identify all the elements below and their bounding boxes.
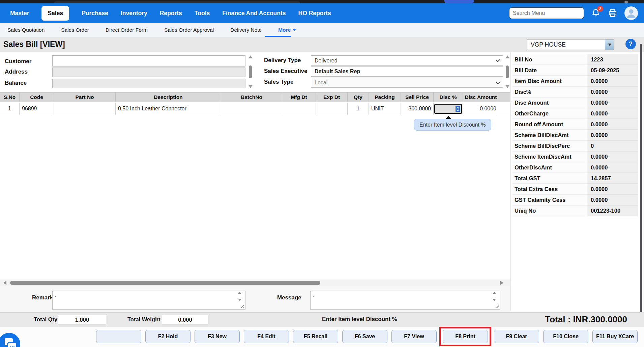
sales-type-value: Local xyxy=(315,80,496,86)
scroll-down-icon[interactable] xyxy=(505,85,509,88)
summary-row-disc-: Disc%0.0000 xyxy=(513,87,638,98)
scroll-up-icon[interactable] xyxy=(493,292,496,294)
message-scroll-arrows[interactable] xyxy=(493,292,496,301)
summary-value: 1223 xyxy=(587,54,638,65)
page-title: Sales Bill [VIEW] xyxy=(3,40,65,49)
scroll-thumb[interactable] xyxy=(506,65,509,78)
scroll-up-icon[interactable] xyxy=(248,55,253,58)
summary-label: Bill Date xyxy=(513,65,587,76)
button-f2-hold[interactable]: F2 Hold xyxy=(145,330,191,343)
subnav-item-sales-order[interactable]: Sales Order xyxy=(61,27,89,33)
total-weight-label: Total Weight xyxy=(127,316,160,323)
nav-item-finance-and-accounts[interactable]: Finance And Accounts xyxy=(222,10,286,17)
button-f10-close[interactable]: F10 Close xyxy=(543,330,588,343)
form-scrollbar[interactable] xyxy=(504,55,510,88)
summary-value: 0.0000 xyxy=(587,162,638,173)
sales-executive-label: Sales Executive xyxy=(264,68,308,75)
nav-item-sales[interactable]: Sales xyxy=(41,6,69,21)
column-header-disc-: Disc % xyxy=(434,92,463,102)
summary-label: GST Calamity Cess xyxy=(513,195,587,206)
customer-input[interactable] xyxy=(52,55,245,66)
table-horizontal-scrollbar[interactable] xyxy=(0,279,510,286)
summary-value: 0.0000 xyxy=(587,87,638,98)
remarks-textarea[interactable]: . xyxy=(52,291,245,310)
title-bar: Sales Bill [VIEW] VGP HOUSE ? xyxy=(0,37,644,52)
cell-qty: 1 xyxy=(348,103,369,115)
summary-value: 0.0000 xyxy=(587,195,638,206)
more-label: More xyxy=(278,27,291,33)
sales-type-label: Sales Type xyxy=(264,79,294,85)
search-input[interactable] xyxy=(509,7,584,19)
notifications-button[interactable]: 2 xyxy=(591,8,601,19)
chat-bubble-icon xyxy=(8,343,16,347)
delivery-type-select[interactable]: Delivered xyxy=(311,55,503,66)
summary-value: 0.0000 xyxy=(587,184,638,195)
scroll-down-icon[interactable] xyxy=(493,299,496,301)
summary-row-total-gst: Total GST14.2857 xyxy=(513,173,638,184)
button-f7-view[interactable]: F7 View xyxy=(391,330,437,343)
user-icon xyxy=(624,6,638,20)
top-navbar: MasterSalesPurchaseInventoryReportsTools… xyxy=(0,3,644,23)
summary-label: Bill No xyxy=(513,54,587,65)
column-header-batchno: BatchNo xyxy=(221,92,282,102)
right-scrollbar[interactable] xyxy=(640,44,642,321)
cell-disc-amount: 0.0000 xyxy=(463,103,499,115)
scroll-up-icon[interactable] xyxy=(238,292,241,294)
scroll-left-icon[interactable] xyxy=(3,281,6,285)
cell-code: 96899 xyxy=(20,103,54,115)
summary-label: Scheme BillDiscPerc xyxy=(513,141,587,152)
nav-item-inventory[interactable]: Inventory xyxy=(121,10,147,17)
column-header-sell-price: Sell Price xyxy=(401,92,434,102)
subnav-item-direct-order-form[interactable]: Direct Order Form xyxy=(106,27,148,33)
scroll-right-icon[interactable] xyxy=(500,281,503,285)
disc-percent-input[interactable]: 0 xyxy=(434,104,462,114)
subnav-item-sales-order-approval[interactable]: Sales Order Approval xyxy=(164,27,214,33)
summary-value: 0 xyxy=(587,141,638,152)
button-f9-clear[interactable]: F9 Clear xyxy=(494,330,539,343)
button-f4-edit[interactable]: F4 Edit xyxy=(244,330,289,343)
summary-label: OtherCharge xyxy=(513,108,587,119)
scroll-thumb[interactable] xyxy=(10,281,320,285)
subnav-item-delivery-note[interactable]: Delivery Note xyxy=(230,27,262,33)
nav-item-purchase[interactable]: Purchase xyxy=(82,10,108,17)
active-tab-underline xyxy=(265,36,291,37)
function-buttons-bar: F2 HoldF3 NewF4 EditF5 RecallF6 SaveF7 V… xyxy=(0,327,644,347)
nav-item-tools[interactable]: Tools xyxy=(195,10,210,17)
subnav-item-sales-quotation[interactable]: Sales Quotation xyxy=(7,27,45,33)
scroll-down-icon[interactable] xyxy=(238,299,241,301)
summary-row-scheme-itemdiscamt: Scheme ItemDiscAmt0.0000 xyxy=(513,152,638,162)
submenu-more[interactable]: More xyxy=(278,27,296,33)
browser-chrome-strip xyxy=(0,0,644,3)
scroll-thumb[interactable] xyxy=(249,65,252,78)
button-f5-recall[interactable]: F5 Recall xyxy=(293,330,338,343)
help-button[interactable]: ? xyxy=(625,39,636,49)
button-f11-buy-xcare[interactable]: F11 Buy XCare xyxy=(592,330,638,343)
button-f3-new[interactable]: F3 New xyxy=(195,330,240,343)
scroll-up-icon[interactable] xyxy=(505,55,509,58)
sales-bill-screen: MasterSalesPurchaseInventoryReportsTools… xyxy=(0,0,644,347)
customer-scrollbar[interactable] xyxy=(247,55,253,88)
scroll-down-icon[interactable] xyxy=(248,85,253,88)
sales-executive-value: Default Sales Rep xyxy=(315,69,499,75)
nav-item-master[interactable]: Master xyxy=(10,10,29,17)
items-table-row[interactable]: 1968990.50 Inch Leather Connector1UNIT30… xyxy=(0,103,510,115)
branch-select[interactable]: VGP HOUSE xyxy=(527,39,614,50)
avatar[interactable] xyxy=(624,6,638,20)
nav-item-ho-reports[interactable]: HO Reports xyxy=(298,10,331,17)
grand-total: Total : INR.300.0000 xyxy=(519,314,627,325)
message-textarea[interactable]: . xyxy=(310,291,500,310)
button-f8-print[interactable]: F8 Print xyxy=(443,330,488,343)
sales-executive-input[interactable]: Default Sales Rep xyxy=(311,66,503,77)
branch-dropdown-button[interactable] xyxy=(605,39,614,50)
button-f6-save[interactable]: F6 Save xyxy=(342,330,387,343)
printer-icon[interactable] xyxy=(608,8,618,18)
sales-type-select[interactable]: Local xyxy=(311,78,503,88)
button-blank[interactable] xyxy=(96,330,141,343)
notes-section: Remarks . Message . xyxy=(0,286,510,312)
column-header-disc-amount: Disc Amount xyxy=(463,92,499,102)
nav-item-reports[interactable]: Reports xyxy=(160,10,182,17)
summary-label: Total GST xyxy=(513,173,587,184)
remarks-scroll-arrows[interactable] xyxy=(238,292,241,301)
summary-label: Uniq No xyxy=(513,206,587,216)
address-label: Address xyxy=(5,69,28,75)
